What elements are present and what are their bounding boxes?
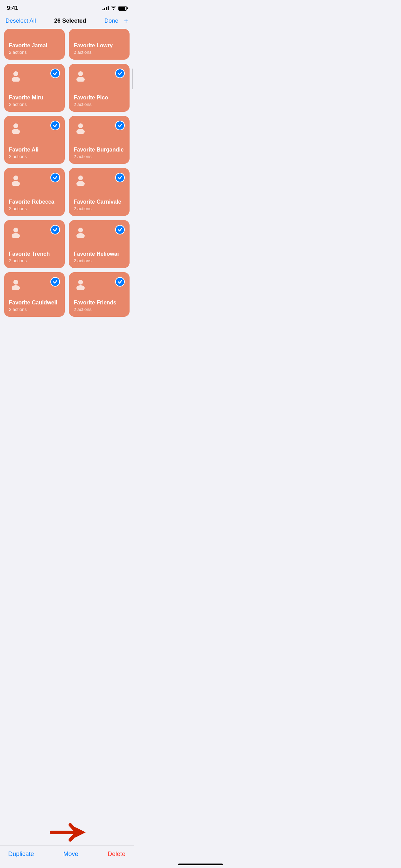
- card-subtitle: 2 actions: [74, 258, 125, 263]
- person-icon: [9, 69, 23, 82]
- status-bar: 9:41: [0, 0, 134, 14]
- shortcut-card[interactable]: Favorite Jamal 2 actions: [4, 29, 65, 60]
- svg-point-16: [13, 280, 18, 285]
- card-info: Favorite Ali 2 actions: [9, 146, 60, 159]
- shortcut-card[interactable]: Favorite Cauldwell 2 actions: [4, 272, 65, 317]
- card-info: Favorite Miru 2 actions: [9, 94, 60, 107]
- svg-point-11: [76, 181, 85, 186]
- card-info: Favorite Trench 2 actions: [9, 251, 60, 263]
- scroll-indicator: [132, 69, 133, 89]
- shortcut-card[interactable]: Favorite Rebecca 2 actions: [4, 168, 65, 216]
- svg-point-1: [12, 77, 20, 82]
- done-button[interactable]: Done: [104, 17, 118, 24]
- check-circle[interactable]: [50, 277, 60, 287]
- card-title: Favorite Rebecca: [9, 198, 60, 205]
- card-subtitle: 2 actions: [9, 258, 60, 263]
- card-top: [74, 277, 125, 291]
- battery-icon: [118, 6, 127, 11]
- shortcut-card[interactable]: Favorite Carnivale 2 actions: [69, 168, 130, 216]
- card-top: [74, 69, 125, 82]
- add-button[interactable]: +: [124, 17, 128, 25]
- card-title: Favorite Friends: [74, 299, 125, 306]
- person-icon: [74, 121, 87, 134]
- card-subtitle: 2 actions: [74, 102, 125, 107]
- card-top: [9, 69, 60, 82]
- check-circle[interactable]: [50, 69, 60, 78]
- card-subtitle: 2 actions: [9, 307, 60, 312]
- shortcut-card[interactable]: Favorite Burgandie 2 actions: [69, 116, 130, 164]
- card-info: Favorite Rebecca 2 actions: [9, 198, 60, 211]
- svg-point-8: [13, 176, 18, 180]
- check-circle[interactable]: [50, 173, 60, 182]
- shortcut-card[interactable]: Favorite Friends 2 actions: [69, 272, 130, 317]
- check-circle[interactable]: [115, 277, 125, 287]
- card-top: [9, 121, 60, 134]
- svg-point-0: [13, 71, 18, 76]
- card-subtitle: 2 actions: [9, 102, 60, 107]
- card-title: Favorite Trench: [9, 251, 60, 257]
- card-title: Favorite Jamal: [9, 42, 60, 49]
- nav-bar: Deselect All 26 Selected Done +: [0, 14, 134, 29]
- card-info: Favorite Lowry 2 actions: [74, 42, 125, 55]
- person-icon: [74, 225, 87, 239]
- person-icon: [9, 225, 23, 239]
- signal-icon: [102, 6, 109, 10]
- card-info: Favorite Heliowai 2 actions: [74, 251, 125, 263]
- svg-point-5: [12, 129, 20, 134]
- svg-point-18: [78, 280, 83, 285]
- card-top: [74, 225, 125, 239]
- svg-point-15: [76, 233, 85, 238]
- nav-right-actions: Done +: [104, 17, 128, 25]
- card-top: [74, 173, 125, 186]
- shortcut-card[interactable]: Favorite Heliowai 2 actions: [69, 220, 130, 268]
- shortcut-card[interactable]: Favorite Pico 2 actions: [69, 64, 130, 112]
- check-circle[interactable]: [50, 121, 60, 130]
- status-icons: [102, 6, 127, 11]
- svg-point-7: [76, 129, 85, 134]
- svg-point-13: [12, 233, 20, 238]
- svg-point-17: [12, 285, 20, 290]
- card-subtitle: 2 actions: [9, 50, 60, 55]
- person-icon: [9, 121, 23, 134]
- deselect-all-button[interactable]: Deselect All: [5, 17, 36, 24]
- person-icon: [9, 173, 23, 186]
- person-icon: [74, 277, 87, 291]
- card-title: Favorite Lowry: [74, 42, 125, 49]
- card-subtitle: 2 actions: [74, 154, 125, 159]
- card-subtitle: 2 actions: [9, 206, 60, 211]
- svg-point-4: [13, 123, 18, 128]
- card-info: Favorite Pico 2 actions: [74, 94, 125, 107]
- person-icon: [74, 173, 87, 186]
- check-circle[interactable]: [115, 225, 125, 234]
- card-title: Favorite Cauldwell: [9, 299, 60, 306]
- check-circle[interactable]: [50, 225, 60, 234]
- card-info: Favorite Carnivale 2 actions: [74, 198, 125, 211]
- card-top: [9, 225, 60, 239]
- check-circle[interactable]: [115, 121, 125, 130]
- check-circle[interactable]: [115, 173, 125, 182]
- shortcut-card[interactable]: Favorite Lowry 2 actions: [69, 29, 130, 60]
- check-circle[interactable]: [115, 69, 125, 78]
- card-subtitle: 2 actions: [74, 50, 125, 55]
- shortcut-card[interactable]: Favorite Ali 2 actions: [4, 116, 65, 164]
- svg-point-10: [78, 176, 83, 180]
- card-top: [9, 277, 60, 291]
- card-top: [74, 121, 125, 134]
- card-info: Favorite Friends 2 actions: [74, 299, 125, 312]
- shortcut-card[interactable]: Favorite Trench 2 actions: [4, 220, 65, 268]
- card-title: Favorite Pico: [74, 94, 125, 101]
- shortcuts-scroll: Favorite Jamal 2 actions Favorite Lowry …: [0, 29, 134, 351]
- svg-point-6: [78, 123, 83, 128]
- shortcuts-grid: Favorite Jamal 2 actions Favorite Lowry …: [4, 29, 130, 317]
- svg-point-9: [12, 181, 20, 186]
- card-title: Favorite Carnivale: [74, 198, 125, 205]
- card-title: Favorite Ali: [9, 146, 60, 153]
- card-top: [9, 173, 60, 186]
- svg-point-19: [76, 285, 85, 290]
- shortcut-card[interactable]: Favorite Miru 2 actions: [4, 64, 65, 112]
- svg-point-12: [13, 228, 18, 232]
- card-info: Favorite Jamal 2 actions: [9, 42, 60, 55]
- svg-point-14: [78, 228, 83, 232]
- wifi-icon: [111, 6, 116, 11]
- card-subtitle: 2 actions: [9, 154, 60, 159]
